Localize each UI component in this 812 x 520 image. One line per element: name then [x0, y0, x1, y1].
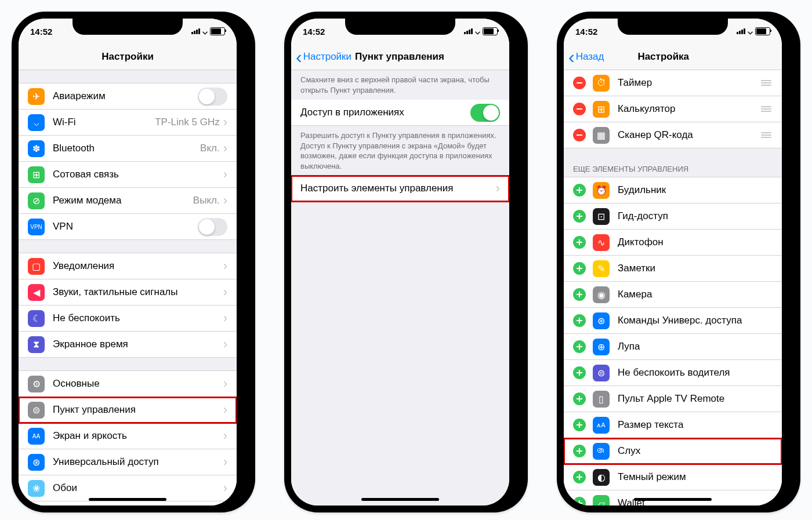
home-indicator[interactable] — [634, 498, 712, 501]
settings-row[interactable]: ⊛Универсальный доступ› — [19, 449, 237, 475]
settings-row[interactable]: ◀Звуки, тактильные сигналы› — [19, 279, 237, 306]
control-row[interactable]: ⊡Гид-доступ — [564, 203, 782, 230]
control-row[interactable]: ▯Пульт Apple TV Remote — [564, 386, 782, 412]
row-access-in-apps[interactable]: Доступ в приложениях — [291, 100, 509, 126]
app-icon: ⊞ — [28, 166, 45, 183]
add-button[interactable] — [573, 288, 586, 301]
app-icon: ▢ — [28, 258, 45, 275]
control-row[interactable]: ◉Камера — [564, 282, 782, 308]
row-label: Доступ в приложениях — [300, 107, 470, 118]
remove-button[interactable] — [573, 129, 586, 141]
add-button[interactable] — [573, 366, 586, 379]
control-row[interactable]: ⏰Будильник — [564, 177, 782, 203]
app-icon: ❀ — [28, 480, 45, 497]
back-button[interactable]: Назад — [568, 51, 604, 63]
chevron-right-icon: › — [223, 311, 227, 326]
phone-control-center: 14:52 ⌵ Настройки Пункт управления Смахн… — [284, 12, 528, 512]
home-indicator[interactable] — [89, 498, 166, 501]
content[interactable]: ⏱Таймер⊞Калькулятор▦Сканер QR-кода ЕЩЕ Э… — [564, 70, 782, 506]
chevron-right-icon: › — [223, 259, 227, 274]
content[interactable]: Смахните вниз с верхней правой части экр… — [291, 70, 509, 506]
add-button[interactable] — [573, 236, 586, 249]
control-row[interactable]: ✎Заметки — [564, 256, 782, 282]
row-customize-controls[interactable]: Настроить элементы управления › — [291, 176, 509, 202]
row-label: Пульт Apple TV Remote — [618, 393, 773, 405]
chevron-right-icon: › — [223, 376, 227, 391]
notch — [72, 19, 183, 35]
settings-row[interactable]: ▢Уведомления› — [19, 253, 237, 279]
add-button[interactable] — [573, 262, 586, 275]
row-label: Звуки, тактильные сигналы — [53, 286, 223, 298]
toggle-switch[interactable] — [198, 218, 227, 236]
control-row[interactable]: ෧Слух — [564, 438, 782, 464]
settings-list[interactable]: ✈︎Авиарежим⌵Wi-FiTP-Link 5 GHz›✽Bluetoot… — [19, 70, 237, 506]
status-time: 14:52 — [303, 27, 325, 37]
row-label: Экран и яркость — [53, 430, 223, 442]
battery-icon — [755, 27, 770, 35]
app-icon: ⊘ — [28, 192, 45, 209]
signal-icon — [737, 28, 745, 34]
app-icon: ⌵ — [28, 114, 45, 131]
back-button[interactable]: Настройки — [296, 51, 351, 63]
toggle-switch[interactable] — [470, 104, 500, 122]
battery-icon — [210, 27, 225, 35]
settings-row[interactable]: ✈︎Авиарежим — [19, 83, 237, 110]
signal-icon — [464, 28, 473, 34]
remove-button[interactable] — [573, 103, 586, 115]
app-icon: ✈︎ — [28, 88, 45, 105]
toggle-switch[interactable] — [198, 88, 227, 106]
add-button[interactable] — [573, 314, 586, 327]
row-label: Авиарежим — [53, 90, 198, 102]
settings-row[interactable]: ☾Не беспокоить› — [19, 306, 237, 332]
remove-button[interactable] — [573, 77, 586, 89]
control-row[interactable]: ⊜Не беспокоить водителя — [564, 360, 782, 386]
wifi-icon: ⌵ — [475, 26, 480, 37]
settings-row[interactable]: ⊞Сотовая связь› — [19, 162, 237, 188]
add-button[interactable] — [573, 419, 586, 431]
row-label: Не беспокоить — [53, 312, 223, 324]
settings-row[interactable]: AAЭкран и яркость› — [19, 423, 237, 449]
home-indicator[interactable] — [361, 498, 439, 501]
control-row[interactable]: ⊕Лупа — [564, 334, 782, 360]
add-button[interactable] — [573, 184, 586, 197]
chevron-right-icon: › — [223, 167, 227, 182]
settings-row[interactable]: VPNVPN — [19, 214, 237, 240]
control-row[interactable]: ⊞Калькулятор — [564, 96, 782, 122]
page-title: Настройка — [637, 51, 689, 63]
reorder-handle[interactable] — [760, 132, 773, 138]
control-row[interactable]: ᴀAРазмер текста — [564, 412, 782, 438]
row-label: Экранное время — [53, 339, 223, 350]
app-icon: ⊞ — [593, 101, 610, 118]
row-label: Основные — [53, 378, 223, 390]
app-icon: ✎ — [593, 260, 610, 277]
add-button[interactable] — [573, 497, 586, 506]
row-label: Таймер — [618, 77, 760, 89]
app-icon: ⊜ — [593, 365, 610, 381]
control-row[interactable]: ⏱Таймер — [564, 70, 782, 96]
settings-row[interactable]: ⧗Экранное время› — [19, 332, 237, 358]
settings-row[interactable]: ✽BluetoothВкл.› — [19, 136, 237, 162]
row-value: Выкл. — [193, 195, 220, 206]
chevron-right-icon: › — [223, 481, 227, 496]
app-icon: ▱ — [593, 495, 610, 506]
app-icon: ⧗ — [28, 336, 45, 353]
app-icon: ∿ — [593, 234, 610, 251]
control-row[interactable]: ◐Темный режим — [564, 464, 782, 490]
chevron-right-icon: › — [223, 141, 227, 156]
control-row[interactable]: ▦Сканер QR-кода — [564, 122, 782, 148]
reorder-handle[interactable] — [760, 106, 773, 112]
control-row[interactable]: ⊛Команды Универс. доступа — [564, 308, 782, 334]
add-button[interactable] — [573, 340, 586, 353]
add-button[interactable] — [573, 471, 586, 483]
reorder-handle[interactable] — [760, 80, 773, 86]
settings-row[interactable]: ◉Siri и Поиск› — [19, 501, 237, 506]
control-row[interactable]: ∿Диктофон — [564, 230, 782, 256]
add-button[interactable] — [573, 392, 586, 405]
help-text: Смахните вниз с верхней правой части экр… — [291, 70, 509, 100]
settings-row[interactable]: ⚙Основные› — [19, 370, 237, 397]
settings-row[interactable]: ⊜Пункт управления› — [19, 397, 237, 423]
add-button[interactable] — [573, 210, 586, 223]
settings-row[interactable]: ⊘Режим модемаВыкл.› — [19, 188, 237, 214]
settings-row[interactable]: ⌵Wi-FiTP-Link 5 GHz› — [19, 110, 237, 136]
add-button[interactable] — [573, 445, 586, 457]
